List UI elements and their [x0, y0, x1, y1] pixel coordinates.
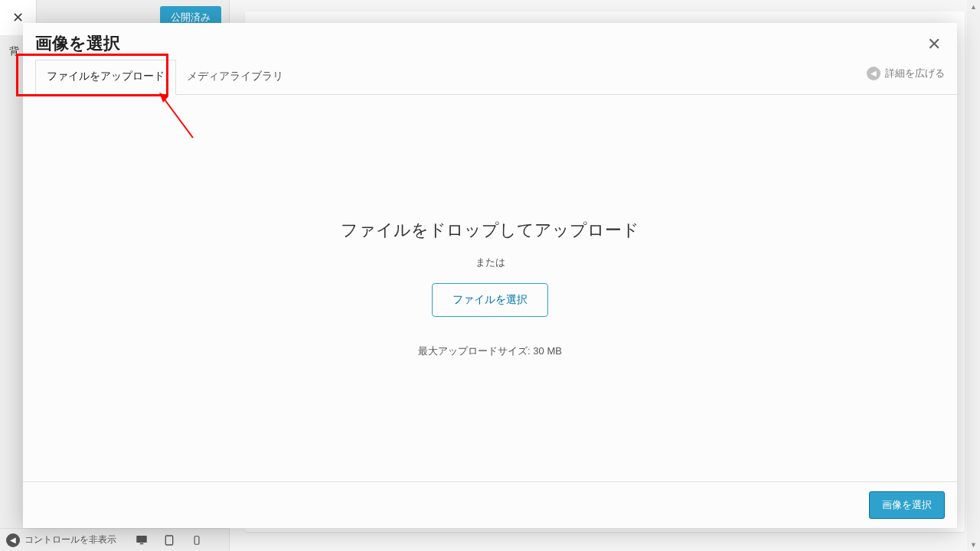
collapse-controls-button[interactable]: ◀ コントロールを非表示 — [6, 533, 116, 547]
expand-details-button[interactable]: ◀ 詳細を広げる — [867, 67, 945, 88]
sidebar-section-label: 背 — [9, 45, 19, 57]
svg-rect-2 — [165, 536, 172, 545]
modal-footer: 画像を選択 — [23, 481, 957, 528]
modal-title: 画像を選択 — [35, 32, 945, 55]
device-icons — [135, 533, 204, 547]
collapse-label: コントロールを非表示 — [24, 533, 116, 546]
media-modal: 画像を選択 ✕ ファイルをアップロード メディアライブラリ ◀ 詳細を広げる フ… — [23, 23, 957, 528]
sidebar-footer: ◀ コントロールを非表示 — [0, 528, 229, 551]
window-scrollbar[interactable]: ▲ ▼ — [967, 0, 980, 551]
upload-dropzone[interactable]: ファイルをドロップしてアップロード または ファイルを選択 最大アップロードサイ… — [23, 95, 957, 481]
chevron-left-icon: ◀ — [867, 67, 880, 80]
dropzone-or-text: または — [475, 256, 505, 269]
tablet-icon[interactable] — [162, 533, 176, 547]
max-upload-size: 最大アップロードサイズ: 30 MB — [418, 344, 562, 358]
svg-rect-0 — [136, 536, 147, 543]
select-file-button[interactable]: ファイルを選択 — [432, 283, 548, 317]
select-image-button[interactable]: 画像を選択 — [869, 491, 945, 519]
dropzone-heading: ファイルをドロップしてアップロード — [341, 219, 639, 242]
chevron-left-icon: ◀ — [6, 533, 20, 547]
svg-rect-3 — [194, 536, 199, 544]
close-icon: ✕ — [927, 34, 941, 54]
scroll-down-icon[interactable]: ▼ — [967, 538, 980, 551]
close-icon: ✕ — [12, 9, 24, 26]
expand-details-label: 詳細を広げる — [885, 67, 945, 80]
scroll-up-icon[interactable]: ▲ — [967, 0, 980, 13]
desktop-icon[interactable] — [135, 533, 149, 547]
tab-media-library[interactable]: メディアライブラリ — [176, 60, 294, 94]
modal-header: 画像を選択 — [23, 23, 957, 60]
modal-close-button[interactable]: ✕ — [923, 34, 945, 55]
svg-rect-1 — [140, 543, 144, 544]
mobile-icon[interactable] — [190, 533, 204, 547]
modal-tabs: ファイルをアップロード メディアライブラリ ◀ 詳細を広げる — [23, 60, 957, 95]
tab-upload-files[interactable]: ファイルをアップロード — [35, 60, 176, 95]
